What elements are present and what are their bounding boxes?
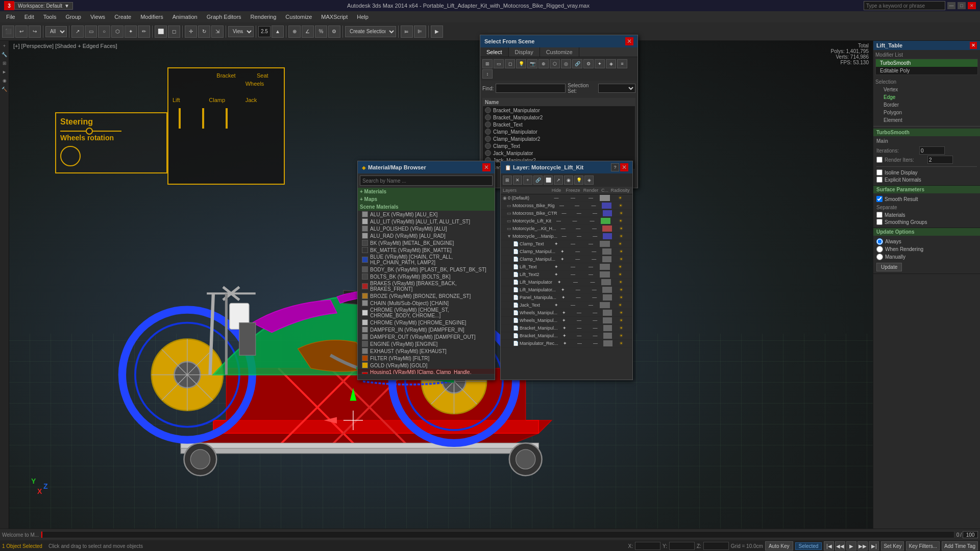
- mat-5[interactable]: BK_MATTE (VRayMtl) [BK_MATTE]: [358, 246, 495, 254]
- modifier-turbosmoooth[interactable]: TurboSmooth: [876, 59, 977, 67]
- menu-animation[interactable]: Animation: [168, 13, 202, 21]
- mat-7[interactable]: BODY_BK (VRayMtl) [PLAST_BK, PLAST_BK_ST…: [358, 266, 495, 273]
- sub-element[interactable]: Element: [875, 116, 978, 124]
- mat-15[interactable]: DAMPFER_OUT (VRayMtl) [DAMPFER_OUT]: [358, 333, 495, 340]
- sel-tb-10[interactable]: ⚙: [583, 59, 594, 68]
- menu-modifiers[interactable]: Modifiers: [136, 13, 167, 21]
- mat-18[interactable]: FILTER (VRayMtl) [FILTR]: [358, 355, 495, 362]
- layer-tb-7[interactable]: ◉: [564, 176, 573, 185]
- mat-2[interactable]: ALU_POLISHED (VRayMtl) [ALU]: [358, 225, 495, 232]
- sel-tb-6[interactable]: ⊕: [538, 59, 549, 68]
- mat-13[interactable]: CHROME (VRayMtl) [CHROME_ENGINE]: [358, 319, 495, 326]
- sel-tb-8[interactable]: ◎: [561, 59, 571, 68]
- sel-tb-13[interactable]: ≡: [617, 59, 627, 68]
- layer-bracket-manip2[interactable]: 📄 Bracket_Manipul... ✦ — — ☀: [501, 332, 632, 340]
- layer-tb-8[interactable]: 💡: [574, 176, 583, 185]
- list-item-6[interactable]: Jack_Manipulator: [483, 149, 635, 157]
- layer-clamp-manip2[interactable]: 📄 Clamp_Manipul... ✦ — — ☀: [501, 256, 632, 263]
- layer-kit-h[interactable]: ▭ Motorcycle_...Kit_H... — — — ☀: [501, 225, 632, 233]
- mirror-btn[interactable]: ⫢: [401, 26, 413, 38]
- layer-lift-manip[interactable]: 📄 Lift_Manipulator ✦ — — ☀: [501, 279, 632, 286]
- workspace-selector[interactable]: Workspace: Default ▼: [14, 2, 73, 10]
- mat-8[interactable]: BOLTS_BK (VRayMtl) [BOLTS_BK]: [358, 273, 495, 280]
- circle-select-btn[interactable]: ○: [98, 26, 110, 38]
- list-item-1[interactable]: Bracket_Manipulator2: [483, 114, 635, 121]
- sel-tb-5[interactable]: 📷: [527, 59, 537, 68]
- toolbar-icon1[interactable]: ⬛: [2, 26, 14, 38]
- frame-end-input[interactable]: [963, 531, 978, 538]
- list-item-2[interactable]: Bracket_Text: [483, 121, 635, 128]
- mat-12[interactable]: CHROME (VRayMtl) [CHOME_ST, CHROME_BODY,…: [358, 307, 495, 319]
- percent-snap-btn[interactable]: %: [315, 26, 327, 38]
- minimize-button[interactable]: —: [947, 2, 955, 9]
- mat-20[interactable]: Housing1 (VRayMtl) [Clamp, Clamp_Handle,…: [358, 369, 495, 374]
- close-button[interactable]: ✕: [968, 2, 976, 9]
- modifier-editable-poly[interactable]: Editable Poly: [876, 67, 977, 74]
- layer-lift-kit[interactable]: ▭ Motorcycle_Lift_Kit — — — ☀: [501, 217, 632, 225]
- explicit-normals-check[interactable]: [876, 177, 883, 183]
- play-btn[interactable]: ▶: [431, 26, 443, 38]
- menu-tools[interactable]: Tools: [39, 13, 61, 21]
- layer-dialog-close[interactable]: ✕: [620, 163, 628, 171]
- sub-border[interactable]: Border: [875, 101, 978, 109]
- next-key-btn[interactable]: ▶▶: [857, 541, 868, 550]
- layer-clamp-manip1[interactable]: 📄 Clamp_Manipul... ✦ — — ☀: [501, 248, 632, 256]
- z-coord[interactable]: [703, 542, 729, 550]
- lasso-select-btn[interactable]: ✦: [125, 26, 137, 38]
- menu-file[interactable]: File: [2, 13, 19, 21]
- list-item-4[interactable]: Clamp_Manipulator2: [483, 135, 635, 142]
- turbosmooth-title[interactable]: TurboSmooth: [873, 129, 980, 136]
- always-radio[interactable]: [876, 238, 883, 245]
- timeline-track[interactable]: [41, 531, 954, 538]
- tab-customize[interactable]: Customize: [540, 47, 579, 57]
- tab-display[interactable]: Display: [509, 47, 540, 57]
- mat-3[interactable]: ALU_RAD (VRayMtl) [ALU_RAD]: [358, 232, 495, 239]
- menu-rendering[interactable]: Rendering: [247, 13, 281, 21]
- layer-manip[interactable]: ▼ Motorcycle_...Manip... — — — ☀: [501, 233, 632, 240]
- align-btn[interactable]: ⊫: [414, 26, 426, 38]
- auto-key-button[interactable]: Auto Key: [765, 541, 793, 550]
- layer-bracket-manip1[interactable]: 📄 Bracket_Manipul... ✦ — — ☀: [501, 324, 632, 332]
- mat-6[interactable]: BLUE (VRayMtl) [CHAIN, CTR_ALL, HLP_CHAI…: [358, 254, 495, 266]
- window-select-btn[interactable]: ◻: [168, 26, 180, 38]
- select-filter-btn[interactable]: ⬜: [155, 26, 167, 38]
- layer-bike-ctr[interactable]: ▭ Motocross_Bike_CTR — — — ☀: [501, 210, 632, 217]
- layer-jack-text[interactable]: 📄 Jack_Text ✦ — — ☀: [501, 302, 632, 309]
- mat-1[interactable]: ALU_LIT (VRayMtl) [ALU_LIT, ALU_LIT_ST]: [358, 218, 495, 225]
- menu-edit[interactable]: Edit: [20, 13, 38, 21]
- sel-tb-12[interactable]: ◈: [606, 59, 616, 68]
- toolbar-icon2[interactable]: ↩: [15, 26, 28, 38]
- layer-bike-rig[interactable]: ▭ Motocross_Bike_Rig — — — ☀: [501, 202, 632, 210]
- modifier-panel-close[interactable]: ✕: [970, 42, 977, 49]
- add-time-tag-button[interactable]: Add Time Tag: [942, 541, 978, 550]
- scene-materials-header[interactable]: Scene Materials: [358, 203, 495, 211]
- layer-tb-6[interactable]: ↗: [554, 176, 563, 185]
- y-coord[interactable]: [669, 542, 695, 550]
- named-selection-dropdown[interactable]: Create Selection...: [345, 26, 396, 37]
- iterations-input[interactable]: [919, 146, 945, 155]
- layer-manipulator-rec[interactable]: 📄 Manipulator_Rec... ✦ — — ☀: [501, 340, 632, 347]
- render-iters-input[interactable]: [927, 156, 953, 164]
- sub-vertex[interactable]: Vertex: [875, 86, 978, 93]
- layer-wheels-manip1[interactable]: 📄 Wheels_Manipul... ✦ — — ☀: [501, 309, 632, 317]
- layer-panel-manip[interactable]: 📄 Panel_Manipula... ✦ — — ☀: [501, 294, 632, 302]
- angle-snap-btn[interactable]: ∠: [302, 26, 314, 38]
- menu-create[interactable]: Create: [110, 13, 135, 21]
- rotate-btn[interactable]: ↻: [198, 26, 210, 38]
- layer-wheels-manip2[interactable]: 📄 Wheels_Manipul... ✦ — — ☀: [501, 317, 632, 324]
- next-frame-btn[interactable]: ▶|: [869, 541, 879, 550]
- mat-16[interactable]: ENGINE (VRayMtl) [ENGINE]: [358, 340, 495, 347]
- sel-tb-2[interactable]: ▭: [494, 59, 504, 68]
- mini-create[interactable]: +: [1, 42, 9, 50]
- mat-19[interactable]: GOLD (VRayMtl) [GOLD]: [358, 362, 495, 369]
- layer-help[interactable]: ?: [611, 163, 619, 171]
- list-item-5[interactable]: Clamp_Text: [483, 142, 635, 149]
- mat-11[interactable]: CHAIN (Multi/Sub-Object) [CHAIN]: [358, 299, 495, 307]
- layer-tb-2[interactable]: ✕: [513, 176, 522, 185]
- material-search-input[interactable]: [360, 176, 493, 186]
- sel-tb-7[interactable]: ⬡: [550, 59, 560, 68]
- when-rendering-radio[interactable]: [876, 246, 883, 253]
- mini-display[interactable]: ◉: [1, 77, 9, 85]
- isoline-check[interactable]: [876, 169, 883, 176]
- layer-lift-text[interactable]: 📄 Lift_Text ✦ — — ☀: [501, 263, 632, 271]
